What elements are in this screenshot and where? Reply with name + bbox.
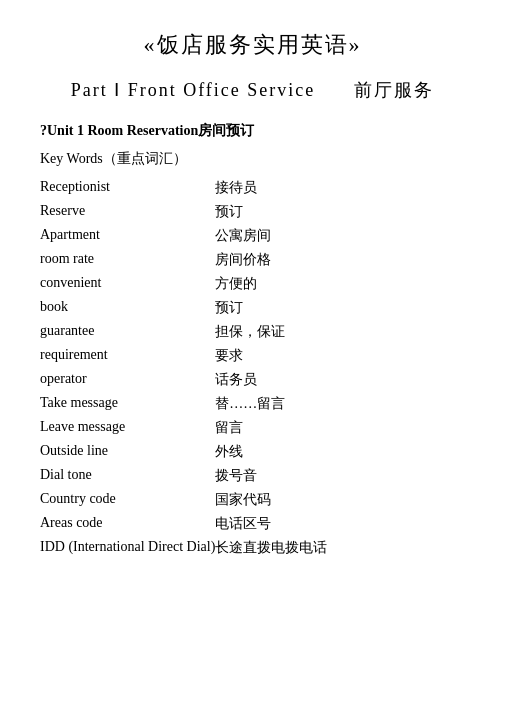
vocab-en: Apartment (40, 224, 215, 248)
vocab-row: Areas code电话区号 (40, 512, 465, 536)
vocab-cn: 拨号音 (215, 464, 465, 488)
vocab-en: Country code (40, 488, 215, 512)
vocab-row: IDD (International Direct Dial)长途直拨电拨电话 (40, 536, 465, 560)
subtitle-cn: 前厅服务 (354, 80, 434, 100)
vocab-en: room rate (40, 248, 215, 272)
vocab-row: room rate房间价格 (40, 248, 465, 272)
vocab-row: Receptionist接待员 (40, 176, 465, 200)
vocab-en: Areas code (40, 512, 215, 536)
vocab-row: operator话务员 (40, 368, 465, 392)
vocab-en: book (40, 296, 215, 320)
vocab-en: convenient (40, 272, 215, 296)
vocab-cn: 方便的 (215, 272, 465, 296)
vocab-cn: 国家代码 (215, 488, 465, 512)
vocab-row: guarantee担保，保证 (40, 320, 465, 344)
vocab-table: Receptionist接待员Reserve预订Apartment公寓房间roo… (40, 176, 465, 560)
vocab-row: convenient方便的 (40, 272, 465, 296)
subtitle: Part Ⅰ Front Office Service 前厅服务 (40, 78, 465, 102)
vocab-cn: 接待员 (215, 176, 465, 200)
vocab-row: Dial tone拨号音 (40, 464, 465, 488)
vocab-cn: 预订 (215, 200, 465, 224)
vocab-cn: 公寓房间 (215, 224, 465, 248)
vocab-cn: 留言 (215, 416, 465, 440)
vocab-cn: 担保，保证 (215, 320, 465, 344)
vocab-row: Leave message留言 (40, 416, 465, 440)
vocab-en: Reserve (40, 200, 215, 224)
vocab-row: Reserve预订 (40, 200, 465, 224)
vocab-en: Receptionist (40, 176, 215, 200)
section-header: ?Unit 1 Room Reservation房间预订 (40, 122, 465, 140)
vocab-row: Country code国家代码 (40, 488, 465, 512)
vocab-en: Outside line (40, 440, 215, 464)
vocab-en: Dial tone (40, 464, 215, 488)
vocab-cn: 替……留言 (215, 392, 465, 416)
vocab-en: Take message (40, 392, 215, 416)
vocab-row: book预订 (40, 296, 465, 320)
vocab-cn: 预订 (215, 296, 465, 320)
vocab-cn: 电话区号 (215, 512, 465, 536)
vocab-cn: 要求 (215, 344, 465, 368)
vocab-cn: 房间价格 (215, 248, 465, 272)
vocab-row: Take message替……留言 (40, 392, 465, 416)
vocab-en: requirement (40, 344, 215, 368)
vocab-en: Leave message (40, 416, 215, 440)
vocab-cn: 外线 (215, 440, 465, 464)
vocab-en: operator (40, 368, 215, 392)
vocab-row: Apartment公寓房间 (40, 224, 465, 248)
vocab-row: requirement要求 (40, 344, 465, 368)
vocab-row: Outside line外线 (40, 440, 465, 464)
vocab-en: IDD (International Direct Dial) (40, 536, 215, 560)
vocab-en: guarantee (40, 320, 215, 344)
keywords-header: Key Words（重点词汇） (40, 150, 465, 168)
main-title: «饭店服务实用英语» (40, 30, 465, 60)
vocab-cn: 话务员 (215, 368, 465, 392)
vocab-cn: 长途直拨电拨电话 (215, 536, 465, 560)
subtitle-en: Part Ⅰ Front Office Service (71, 80, 316, 100)
